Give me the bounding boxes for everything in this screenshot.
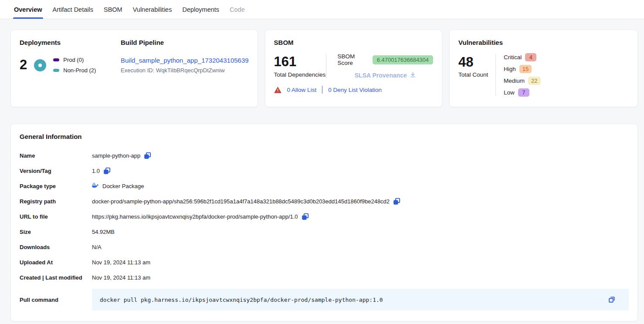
execution-id: Execution ID: WqkTiIbBRqecQrpDtZwniw xyxy=(121,67,249,74)
tab-artifact-details[interactable]: Artifact Details xyxy=(47,0,98,19)
row-downloads: Downloads N/A xyxy=(20,240,629,255)
severity-row-high: High 15 xyxy=(504,65,540,73)
deployments-donut-chart xyxy=(34,59,46,71)
build-pipeline-column: Build Pipeline Build_sample_python_app_1… xyxy=(121,39,249,98)
allow-list-link[interactable]: 0 Allow List xyxy=(287,87,317,93)
sbom-total: 161 xyxy=(274,54,326,69)
row-package-type: Package type Docker Package xyxy=(20,179,629,194)
deployments-title: Deployments xyxy=(20,39,121,46)
severity-count-critical: 4 xyxy=(525,53,536,61)
row-url-to-file: URL to file https://pkg.harness.io/ikpsj… xyxy=(20,209,629,224)
severity-row-critical: Critical 4 xyxy=(504,53,540,61)
links-divider xyxy=(322,86,322,94)
summary-cards-row: Deployments 2 Prod (0) Non-Prod (2) Buil… xyxy=(10,30,638,107)
deployments-column: Deployments 2 Prod (0) Non-Prod (2) xyxy=(20,39,121,98)
name-value: sample-python-app xyxy=(92,152,140,159)
sbom-card: SBOM 161 Total Dependencies SBOM Score 6… xyxy=(265,30,442,107)
created-modified-label: Created | Last modified xyxy=(20,274,92,281)
pull-command-box: docker pull pkg.harness.io/ikpsjoavtcwxn… xyxy=(92,289,629,310)
warning-icon xyxy=(274,87,281,93)
severity-row-medium: Medium 22 xyxy=(504,77,540,85)
sbom-score-badge: 6.470017636684304 xyxy=(373,55,433,64)
package-type-value: Docker Package xyxy=(102,183,144,189)
copy-icon[interactable] xyxy=(103,167,111,175)
severity-label-critical: Critical xyxy=(504,54,522,61)
sbom-score-label: SBOM Score xyxy=(338,53,368,66)
severity-count-low: 7 xyxy=(518,88,529,97)
severity-row-low: Low 7 xyxy=(504,88,540,97)
row-registry-path: Registry path docker-prod/sample-python-… xyxy=(20,194,629,209)
row-pull-command: Pull command docker pull pkg.harness.io/… xyxy=(20,289,629,310)
deny-list-link[interactable]: 0 Deny List Violation xyxy=(328,87,382,93)
sbom-title: SBOM xyxy=(274,39,433,46)
registry-path-value: docker-prod/sample-python-app/sha256:596… xyxy=(92,198,390,205)
legend-item-nonprod: Non-Prod (2) xyxy=(53,67,96,74)
general-information-title: General Information xyxy=(20,133,629,140)
legend-item-prod: Prod (0) xyxy=(53,57,96,63)
build-pipeline-link[interactable]: Build_sample_python_app_1732043105639 xyxy=(121,57,249,64)
tab-overview[interactable]: Overview xyxy=(9,0,47,19)
vulnerabilities-total-block: 48 Total Count xyxy=(458,53,495,97)
vulnerabilities-total: 48 xyxy=(458,55,495,70)
nonprod-swatch xyxy=(53,69,59,72)
downloads-label: Downloads xyxy=(20,244,92,250)
size-value: 54.92MB xyxy=(92,229,115,235)
deployments-total: 2 xyxy=(20,57,27,72)
uploaded-at-value: Nov 19, 2024 11:13 am xyxy=(92,259,150,266)
pull-command-label: Pull command xyxy=(20,297,92,303)
slsa-provenance-link[interactable]: SLSA Provenance xyxy=(355,71,416,79)
tab-bar: Overview Artifact Details SBOM Vulnerabi… xyxy=(0,0,644,19)
copy-icon[interactable] xyxy=(144,152,151,159)
package-type-label: Package type xyxy=(20,183,92,189)
severity-count-medium: 22 xyxy=(528,77,540,85)
tab-sbom[interactable]: SBOM xyxy=(98,0,128,19)
downloads-value: N/A xyxy=(92,244,102,250)
url-to-file-label: URL to file xyxy=(20,213,92,220)
vulnerabilities-title: Vulnerabilities xyxy=(458,39,629,46)
severity-label-medium: Medium xyxy=(504,78,525,84)
tab-code[interactable]: Code xyxy=(224,0,250,19)
download-icon xyxy=(410,71,416,79)
prod-label: Prod (0) xyxy=(63,57,84,63)
url-to-file-value: https://pkg.harness.io/ikpsjoavtcwxnqisy… xyxy=(92,213,298,220)
uploaded-at-label: Uploaded At xyxy=(20,259,92,266)
general-information-card: General Information Name sample-python-a… xyxy=(10,124,638,321)
severity-count-high: 15 xyxy=(519,65,532,73)
version-label: Version/Tag xyxy=(20,168,92,174)
severity-label-low: Low xyxy=(504,89,515,96)
sbom-total-block: 161 Total Dependencies xyxy=(274,54,326,78)
docker-icon xyxy=(92,182,99,190)
tab-deployments[interactable]: Deployments xyxy=(177,0,224,19)
name-label: Name xyxy=(20,152,92,159)
prod-swatch xyxy=(53,58,59,61)
deployments-card: Deployments 2 Prod (0) Non-Prod (2) Buil… xyxy=(10,30,258,107)
size-label: Size xyxy=(20,229,92,235)
row-version: Version/Tag 1.0 xyxy=(20,163,629,179)
tab-vulnerabilities[interactable]: Vulnerabilities xyxy=(128,0,177,19)
copy-outline-icon[interactable] xyxy=(608,296,616,304)
pull-command-value: docker pull pkg.harness.io/ikpsjoavtcwxn… xyxy=(100,297,383,303)
copy-icon[interactable] xyxy=(393,198,400,205)
row-size: Size 54.92MB xyxy=(20,224,629,240)
build-pipeline-title: Build Pipeline xyxy=(121,39,249,46)
deployments-legend: Prod (0) Non-Prod (2) xyxy=(53,57,96,74)
row-created-modified: Created | Last modified Nov 19, 2024 11:… xyxy=(20,270,629,285)
severity-list: Critical 4 High 15 Medium 22 Low 7 xyxy=(496,53,540,97)
copy-icon[interactable] xyxy=(302,213,309,220)
registry-path-label: Registry path xyxy=(20,198,92,205)
version-value: 1.0 xyxy=(92,168,100,174)
row-name: Name sample-python-app xyxy=(20,148,629,163)
vulnerabilities-total-label: Total Count xyxy=(458,71,495,78)
slsa-provenance-label: SLSA Provenance xyxy=(355,72,407,79)
severity-label-high: High xyxy=(504,66,516,72)
created-modified-value: Nov 19, 2024 11:13 am xyxy=(92,274,150,281)
nonprod-label: Non-Prod (2) xyxy=(63,67,96,74)
row-uploaded-at: Uploaded At Nov 19, 2024 11:13 am xyxy=(20,255,629,270)
vulnerabilities-card: Vulnerabilities 48 Total Count Critical … xyxy=(449,30,638,107)
sbom-total-label: Total Dependencies xyxy=(274,71,326,78)
